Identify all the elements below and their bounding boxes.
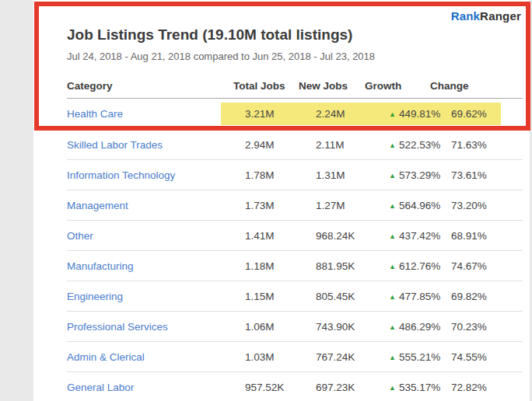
table-row: Engineering 1.15M 805.45K ▲477.85% 69.82… [67,281,523,312]
category-link[interactable]: Health Care [67,108,123,120]
category-cell: Engineering [67,291,245,302]
category-link[interactable]: Skilled Labor Trades [67,139,163,151]
growth-up-icon: ▲ [389,110,396,118]
total-jobs-cell: 1.03M [245,351,316,363]
table-row: Manufacturing 1.18M 881.95K ▲612.76% 74.… [67,251,523,281]
change-cell: 73.61% [451,169,523,181]
table-row: Professional Services 1.06M 743.90K ▲486… [67,312,523,342]
total-jobs-cell: 1.73M [245,200,316,211]
change-cell: 73.20% [451,200,523,211]
total-jobs-cell: 1.41M [245,230,316,242]
table-row: Health Care 3.21M 2.24M ▲449.81% 69.62% [67,99,523,130]
new-jobs-cell: 2.11M [316,139,389,151]
category-cell: General Labor [67,382,245,393]
total-jobs-cell: 2.94M [245,139,316,151]
new-jobs-cell: 881.95K [316,260,389,272]
category-cell: Skilled Labor Trades [67,139,245,151]
total-jobs-cell: 3.21M [245,108,316,120]
growth-cell: ▲449.81% [389,108,451,120]
new-jobs-cell: 1.27M [316,200,389,211]
column-header-growth: Growth [365,80,430,92]
change-cell: 71.63% [451,139,523,151]
growth-cell: ▲555.21% [389,351,451,363]
growth-value: 486.29% [399,321,440,333]
growth-cell: ▲437.42% [389,230,451,242]
category-cell: Health Care [67,108,245,120]
category-cell: Admin & Clerical [67,351,245,363]
growth-up-icon: ▲ [389,232,396,240]
growth-value: 449.81% [399,108,440,120]
rankranger-logo[interactable]: RankRanger [451,9,521,23]
category-link[interactable]: Information Technology [67,169,175,181]
growth-value: 477.85% [399,291,440,302]
table-row: Management 1.73M 1.27M ▲564.96% 73.20% [67,190,523,221]
growth-cell: ▲564.96% [389,200,451,211]
table-row: Admin & Clerical 1.03M 767.24K ▲555.21% … [67,342,523,372]
growth-up-icon: ▲ [389,354,396,361]
category-cell: Information Technology [67,169,245,181]
change-cell: 74.67% [451,260,523,272]
growth-up-icon: ▲ [389,323,396,331]
new-jobs-cell: 968.24K [316,230,389,242]
growth-cell: ▲477.85% [389,291,451,302]
new-jobs-cell: 2.24M [316,108,389,120]
table-row: Skilled Labor Trades 2.94M 2.11M ▲522.53… [67,130,523,160]
growth-up-icon: ▲ [389,293,396,301]
growth-value: 612.76% [399,260,440,272]
growth-up-icon: ▲ [389,141,396,149]
total-jobs-cell: 957.52K [245,382,316,393]
category-link[interactable]: Management [67,200,128,211]
change-cell: 74.55% [451,351,523,363]
growth-up-icon: ▲ [389,384,396,392]
total-jobs-cell: 1.15M [245,291,316,302]
growth-up-icon: ▲ [389,202,396,210]
growth-value: 535.17% [399,382,440,393]
category-link[interactable]: Professional Services [67,321,168,333]
new-jobs-cell: 1.31M [316,169,389,181]
total-jobs-cell: 1.06M [245,321,316,333]
logo-text-rank: Rank [451,9,480,23]
category-link[interactable]: Other [67,230,93,242]
page: RankRanger Job Listings Trend (19.10M to… [0,0,532,401]
growth-cell: ▲573.29% [389,169,451,181]
growth-value: 573.29% [399,169,440,181]
category-link[interactable]: Manufacturing [67,260,134,272]
growth-up-icon: ▲ [389,263,396,270]
new-jobs-cell: 805.45K [316,291,389,302]
growth-value: 555.21% [399,351,440,363]
change-cell: 70.23% [451,321,523,333]
column-header-category: Category [67,80,233,92]
new-jobs-cell: 697.23K [316,382,389,393]
growth-cell: ▲522.53% [389,139,451,151]
growth-value: 522.53% [399,139,440,151]
table-row: General Labor 957.52K 697.23K ▲535.17% 7… [67,372,523,401]
category-cell: Manufacturing [67,260,245,272]
table-body: Health Care 3.21M 2.24M ▲449.81% 69.62% … [67,99,523,401]
column-header-total-jobs: Total Jobs [233,80,299,92]
growth-value: 564.96% [399,200,440,211]
growth-cell: ▲612.76% [389,260,451,272]
category-link[interactable]: General Labor [67,382,134,393]
growth-cell: ▲486.29% [389,321,451,333]
report-card: RankRanger Job Listings Trend (19.10M to… [33,0,530,401]
table-header-row: Category Total Jobs New Jobs Growth Chan… [67,73,523,99]
change-cell: 69.62% [451,108,523,120]
table-row: Other 1.41M 968.24K ▲437.42% 68.91% [67,221,523,251]
change-cell: 68.91% [451,230,523,242]
category-cell: Professional Services [67,321,245,333]
report-title: Job Listings Trend (19.10M total listing… [67,26,523,44]
logo-text-ranger: Ranger [480,9,521,23]
report-date-range: Jul 24, 2018 - Aug 21, 2018 compared to … [67,51,523,62]
category-link[interactable]: Engineering [67,291,123,302]
growth-cell: ▲535.17% [389,382,451,393]
total-jobs-cell: 1.18M [245,260,316,272]
total-jobs-cell: 1.78M [245,169,316,181]
category-cell: Management [67,200,245,211]
category-link[interactable]: Admin & Clerical [67,351,145,363]
change-cell: 72.82% [451,382,523,393]
change-cell: 69.82% [451,291,523,302]
growth-value: 437.42% [399,230,440,242]
table-row: Information Technology 1.78M 1.31M ▲573.… [67,160,523,190]
column-header-new-jobs: New Jobs [299,80,365,92]
column-header-change: Change [430,80,523,92]
